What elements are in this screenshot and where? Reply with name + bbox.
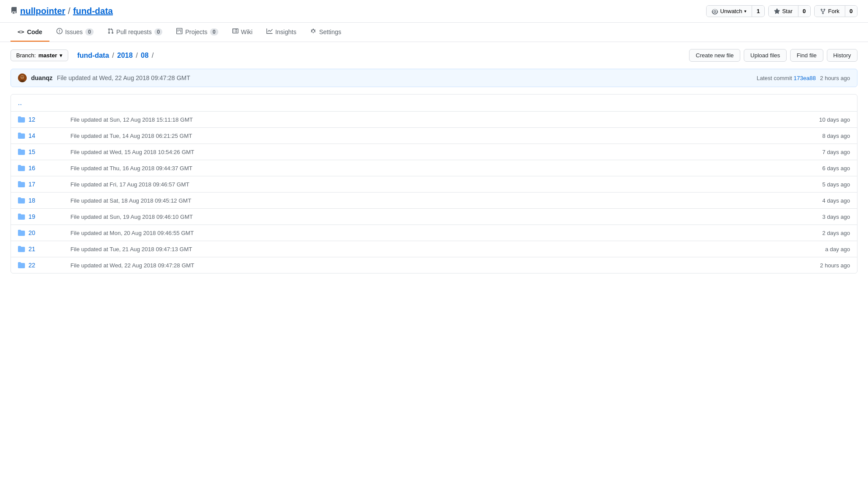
file-row: 19 File updated at Sun, 19 Aug 2018 09:4… bbox=[11, 209, 857, 225]
code-icon: <> bbox=[18, 28, 24, 35]
repo-icon bbox=[10, 7, 18, 16]
file-row: 15 File updated at Wed, 15 Aug 2018 10:5… bbox=[11, 144, 857, 160]
file-commit-message: File updated at Mon, 20 Aug 2018 09:46:5… bbox=[70, 230, 822, 236]
pullrequests-badge: 0 bbox=[154, 28, 163, 35]
breadcrumb-actions: Create new file Upload files Find file H… bbox=[689, 49, 858, 62]
file-time: 2 days ago bbox=[822, 230, 850, 236]
file-commit-message: File updated at Fri, 17 Aug 2018 09:46:5… bbox=[70, 181, 822, 188]
commit-author: duanqz bbox=[31, 74, 52, 81]
file-row: 16 File updated at Thu, 16 Aug 2018 09:4… bbox=[11, 160, 857, 176]
file-time: 10 days ago bbox=[819, 116, 850, 123]
file-row: 17 File updated at Fri, 17 Aug 2018 09:4… bbox=[11, 176, 857, 193]
issues-badge: 0 bbox=[85, 28, 94, 35]
svg-point-4 bbox=[23, 77, 24, 77]
breadcrumb: Branch: master ▾ fund-data / 2018 / 08 / bbox=[10, 49, 154, 61]
fork-button[interactable]: Fork bbox=[815, 6, 845, 17]
branch-selector[interactable]: Branch: master ▾ bbox=[10, 49, 68, 61]
file-row: 14 File updated at Tue, 14 Aug 2018 06:2… bbox=[11, 128, 857, 144]
breadcrumb-row: Branch: master ▾ fund-data / 2018 / 08 /… bbox=[0, 42, 868, 69]
commit-right: Latest commit 173ea88 2 hours ago bbox=[757, 75, 850, 81]
file-commit-message: File updated at Thu, 16 Aug 2018 09:44:3… bbox=[70, 165, 822, 172]
file-name-link[interactable]: 15 bbox=[28, 148, 63, 155]
page-header: nullpointer / fund-data Unwatch ▾ 1 Star bbox=[0, 0, 868, 23]
parent-dir-link[interactable]: .. bbox=[18, 99, 22, 107]
file-commit-message: File updated at Tue, 21 Aug 2018 09:47:1… bbox=[70, 246, 825, 253]
file-time: 3 days ago bbox=[822, 214, 850, 220]
watch-btn-group: Unwatch ▾ 1 bbox=[706, 5, 765, 17]
tab-settings[interactable]: Settings bbox=[303, 23, 348, 42]
file-name-link[interactable]: 19 bbox=[28, 213, 63, 220]
file-name-link[interactable]: 14 bbox=[28, 132, 63, 139]
file-time: 8 days ago bbox=[822, 133, 850, 139]
file-name-link[interactable]: 12 bbox=[28, 116, 63, 123]
tab-pullrequests[interactable]: Pull requests 0 bbox=[101, 23, 170, 42]
file-commit-message: File updated at Tue, 14 Aug 2018 06:21:2… bbox=[70, 133, 822, 139]
file-name-link[interactable]: 17 bbox=[28, 181, 63, 188]
star-button[interactable]: Star bbox=[769, 6, 798, 17]
upload-files-button[interactable]: Upload files bbox=[744, 49, 787, 62]
file-name-link[interactable]: 21 bbox=[28, 245, 63, 253]
file-commit-message: File updated at Wed, 15 Aug 2018 10:54:2… bbox=[70, 149, 822, 155]
fork-btn-group: Fork 0 bbox=[814, 5, 858, 17]
tab-projects[interactable]: Projects 0 bbox=[169, 23, 225, 42]
branch-label: Branch: bbox=[16, 52, 36, 59]
nav-tabs: <> Code Issues 0 Pull requests 0 Project… bbox=[0, 23, 868, 42]
breadcrumb-month-link[interactable]: 08 bbox=[141, 52, 149, 60]
pullrequests-icon bbox=[108, 28, 114, 35]
org-link[interactable]: nullpointer bbox=[20, 6, 65, 16]
watch-count[interactable]: 1 bbox=[752, 6, 764, 17]
commit-bar: duanqz File updated at Wed, 22 Aug 2018 … bbox=[10, 69, 858, 87]
file-commit-message: File updated at Wed, 22 Aug 2018 09:47:2… bbox=[70, 262, 820, 269]
wiki-icon bbox=[232, 28, 238, 35]
file-name-link[interactable]: 22 bbox=[28, 262, 63, 269]
issues-icon bbox=[56, 28, 63, 35]
file-row-parent: .. bbox=[11, 95, 857, 112]
file-name-link[interactable]: 18 bbox=[28, 197, 63, 204]
unwatch-button[interactable]: Unwatch ▾ bbox=[707, 6, 752, 17]
svg-point-3 bbox=[21, 77, 22, 77]
insights-icon bbox=[266, 28, 273, 35]
projects-icon bbox=[176, 28, 182, 35]
star-btn-group: Star 0 bbox=[768, 5, 811, 17]
file-name-link[interactable]: 20 bbox=[28, 229, 63, 236]
commit-left: duanqz File updated at Wed, 22 Aug 2018 … bbox=[18, 74, 190, 82]
commit-time: 2 hours ago bbox=[820, 75, 850, 81]
file-time: 6 days ago bbox=[822, 165, 850, 172]
repo-link[interactable]: fund-data bbox=[73, 6, 113, 16]
file-time: 5 days ago bbox=[822, 181, 850, 188]
file-table: .. 12 File updated at Sun, 12 Aug 2018 1… bbox=[10, 94, 858, 274]
file-name-link[interactable]: 16 bbox=[28, 165, 63, 172]
file-rows-container: 12 File updated at Sun, 12 Aug 2018 15:1… bbox=[11, 112, 857, 273]
tab-issues[interactable]: Issues 0 bbox=[49, 23, 101, 42]
branch-value: master bbox=[38, 52, 57, 59]
file-row: 18 File updated at Sat, 18 Aug 2018 09:4… bbox=[11, 193, 857, 209]
file-row: 12 File updated at Sun, 12 Aug 2018 15:1… bbox=[11, 112, 857, 128]
file-time: a day ago bbox=[825, 246, 850, 253]
fork-count[interactable]: 0 bbox=[845, 6, 857, 17]
repo-title: nullpointer / fund-data bbox=[10, 6, 113, 16]
create-new-file-button[interactable]: Create new file bbox=[689, 49, 740, 62]
commit-message: File updated at Wed, 22 Aug 2018 09:47:2… bbox=[57, 74, 190, 81]
file-commit-message: File updated at Sun, 19 Aug 2018 09:46:1… bbox=[70, 214, 822, 220]
find-file-button[interactable]: Find file bbox=[790, 49, 823, 62]
tab-insights[interactable]: Insights bbox=[259, 23, 303, 42]
tab-code[interactable]: <> Code bbox=[10, 23, 49, 42]
breadcrumb-repo-link[interactable]: fund-data bbox=[77, 52, 109, 60]
tab-wiki[interactable]: Wiki bbox=[225, 23, 259, 42]
file-commit-message: File updated at Sun, 12 Aug 2018 15:11:1… bbox=[70, 116, 819, 123]
avatar bbox=[18, 74, 27, 82]
file-time: 4 days ago bbox=[822, 197, 850, 204]
latest-commit-label: Latest commit bbox=[757, 75, 792, 81]
file-row: 20 File updated at Mon, 20 Aug 2018 09:4… bbox=[11, 225, 857, 241]
file-commit-message: File updated at Sat, 18 Aug 2018 09:45:1… bbox=[70, 197, 822, 204]
history-button[interactable]: History bbox=[827, 49, 858, 62]
branch-dropdown-icon: ▾ bbox=[60, 52, 63, 59]
file-time: 2 hours ago bbox=[820, 262, 850, 269]
commit-hash-link[interactable]: 173ea88 bbox=[794, 75, 816, 81]
header-actions: Unwatch ▾ 1 Star 0 Fork 0 bbox=[706, 5, 858, 17]
file-row: 22 File updated at Wed, 22 Aug 2018 09:4… bbox=[11, 257, 857, 273]
star-count[interactable]: 0 bbox=[798, 6, 810, 17]
repo-separator: / bbox=[68, 6, 70, 16]
file-row: 21 File updated at Tue, 21 Aug 2018 09:4… bbox=[11, 241, 857, 257]
breadcrumb-year-link[interactable]: 2018 bbox=[117, 52, 133, 60]
